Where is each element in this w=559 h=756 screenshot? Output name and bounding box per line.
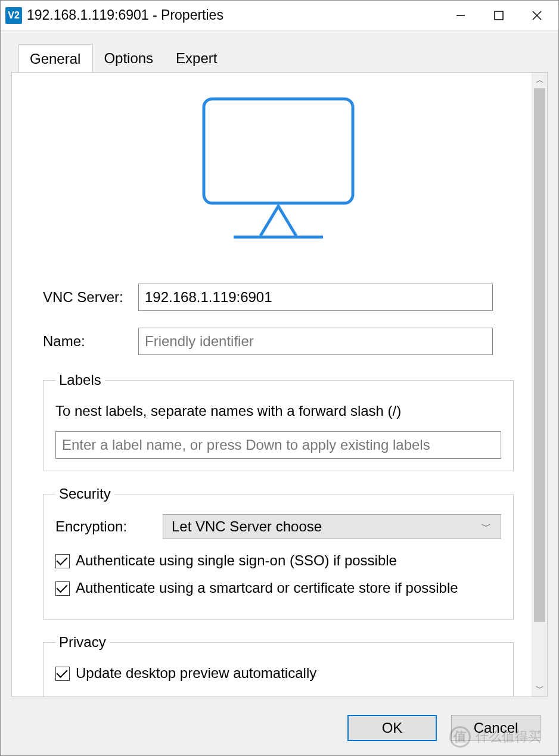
name-row: Name:: [43, 328, 514, 355]
smartcard-checkbox[interactable]: [55, 581, 70, 596]
tab-general[interactable]: General: [18, 44, 93, 73]
labels-legend: Labels: [55, 372, 105, 388]
maximize-button[interactable]: [480, 4, 518, 27]
name-input[interactable]: [138, 328, 493, 355]
close-button[interactable]: [518, 4, 556, 27]
svg-rect-4: [204, 99, 353, 203]
update-preview-checkbox[interactable]: [55, 667, 70, 681]
chevron-down-icon: ﹀: [482, 521, 491, 533]
sso-label: Authenticate using single sign-on (SSO) …: [76, 552, 397, 569]
cancel-button[interactable]: Cancel: [451, 715, 541, 741]
scroll-area: VNC Server: Name: Labels To nest labels,…: [12, 73, 532, 696]
labels-group: Labels To nest labels, separate names wi…: [43, 372, 514, 471]
dialog-buttons: OK Cancel: [1, 705, 558, 755]
encryption-row: Encryption: Let VNC Server choose ﹀: [55, 514, 501, 539]
vnc-server-row: VNC Server:: [43, 284, 514, 311]
sso-checkbox[interactable]: [55, 554, 70, 568]
tab-expert[interactable]: Expert: [165, 44, 229, 73]
encryption-label: Encryption:: [55, 518, 163, 535]
vnc-server-input[interactable]: [138, 284, 493, 311]
name-label: Name:: [43, 333, 138, 350]
svg-rect-1: [495, 11, 503, 20]
tab-content: VNC Server: Name: Labels To nest labels,…: [11, 72, 548, 697]
vnc-app-icon: V2: [5, 7, 22, 24]
privacy-legend: Privacy: [55, 634, 110, 651]
tab-options[interactable]: Options: [93, 44, 165, 73]
monitor-icon: [43, 95, 514, 248]
window-title: 192.168.1.119:6901 - Properties: [27, 7, 442, 23]
scroll-track[interactable]: [532, 88, 547, 681]
labels-input[interactable]: [55, 431, 501, 459]
sso-checkbox-row[interactable]: Authenticate using single sign-on (SSO) …: [55, 552, 501, 569]
scroll-down-button[interactable]: ﹀: [532, 681, 547, 696]
privacy-group: Privacy Update desktop preview automatic…: [43, 634, 514, 696]
scrollbar[interactable]: ︿ ﹀: [532, 73, 547, 696]
ok-button[interactable]: OK: [347, 715, 437, 741]
encryption-dropdown[interactable]: Let VNC Server choose ﹀: [163, 514, 501, 539]
update-preview-label: Update desktop preview automatically: [76, 665, 316, 682]
security-group: Security Encryption: Let VNC Server choo…: [43, 486, 514, 620]
vnc-server-label: VNC Server:: [43, 289, 138, 306]
update-preview-checkbox-row[interactable]: Update desktop preview automatically: [55, 665, 501, 682]
smartcard-checkbox-row[interactable]: Authenticate using a smartcard or certif…: [55, 580, 501, 596]
window-controls: [442, 4, 556, 27]
security-legend: Security: [55, 486, 114, 502]
titlebar: V2 192.168.1.119:6901 - Properties: [1, 1, 558, 30]
scroll-up-button[interactable]: ︿: [532, 73, 547, 88]
minimize-button[interactable]: [442, 4, 480, 27]
tabs-row: General Options Expert: [1, 30, 558, 72]
labels-hint: To nest labels, separate names with a fo…: [55, 403, 501, 419]
smartcard-label: Authenticate using a smartcard or certif…: [76, 580, 458, 596]
encryption-value: Let VNC Server choose: [172, 518, 322, 535]
scroll-thumb[interactable]: [534, 88, 545, 622]
